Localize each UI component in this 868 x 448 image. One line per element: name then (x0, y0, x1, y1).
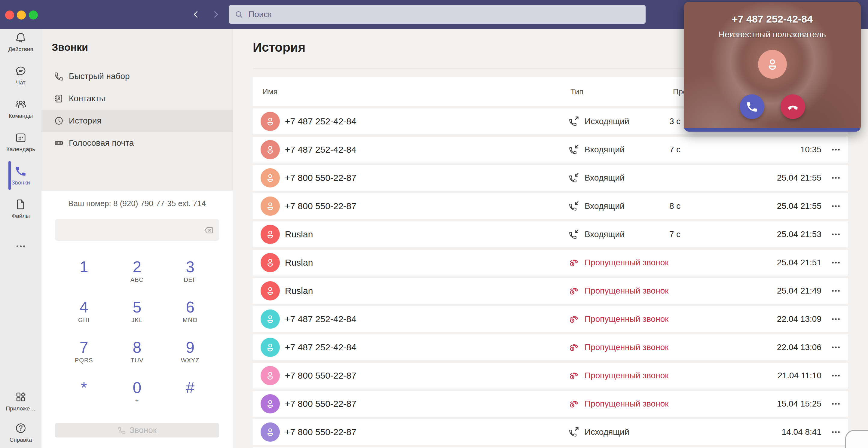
dialpad-key-#[interactable]: # (163, 379, 217, 419)
call-incoming-icon (568, 172, 580, 184)
calendar-icon (14, 131, 27, 144)
sidebar-item-calendar[interactable]: Календарь (0, 125, 41, 159)
call-button[interactable]: Звонок (55, 423, 219, 438)
history-row[interactable]: +7 800 550-22-87Входящий8 с25.04 21:55 (253, 193, 848, 219)
person-icon (264, 398, 276, 410)
sidebar-item-chat[interactable]: Чат (0, 59, 41, 92)
ellipsis-icon (830, 228, 842, 241)
calls-menu-item-contacts[interactable]: Контакты (41, 88, 232, 110)
history-row[interactable]: RuslanПропущенный звонок25.04 21:49 (253, 278, 848, 304)
row-name: Ruslan (285, 229, 313, 239)
dialpad-key-*[interactable]: * (57, 379, 111, 419)
history-row[interactable]: RuslanВходящий7 с25.04 21:53 (253, 221, 848, 247)
row-menu-button[interactable] (826, 284, 845, 297)
ellipsis-icon (830, 313, 842, 325)
page-title: История (253, 40, 305, 55)
row-call-type-label: Исходящий (585, 427, 629, 437)
sidebar-item-teams[interactable]: Команды (0, 92, 41, 125)
row-menu-button[interactable] (826, 199, 845, 213)
decline-call-button[interactable] (780, 94, 805, 119)
more-apps-button[interactable] (0, 237, 41, 255)
dialpad-key-8[interactable]: 8TUV (111, 339, 164, 379)
dialpad-key-3[interactable]: 3DEF (163, 258, 217, 299)
row-call-type: Пропущенный звонок (568, 342, 669, 353)
calls-menu-item-label: Контакты (69, 94, 105, 103)
history-row[interactable]: +7 800 550-22-87Пропущенный звонок15.04 … (253, 391, 848, 417)
person-icon (264, 341, 276, 353)
row-menu-button[interactable] (826, 171, 845, 185)
row-menu-button[interactable] (826, 397, 845, 410)
calls-panel-top: Звонки Быстрый наборКонтактыИсторияГолос… (41, 29, 232, 191)
accept-call-button[interactable] (740, 94, 764, 119)
dialpad-key-digit: 1 (57, 258, 111, 276)
dialpad-key-4[interactable]: 4GHI (57, 299, 111, 339)
help-icon (14, 422, 27, 435)
ellipsis-icon (830, 285, 842, 297)
backspace-button[interactable] (203, 224, 215, 236)
history-row[interactable]: +7 487 252-42-84Входящий7 с10:35 (253, 137, 848, 163)
call-missed-icon (568, 257, 580, 268)
incoming-call-number: +7 487 252-42-84 (684, 13, 861, 25)
history-row[interactable]: +7 800 550-22-87Входящий25.04 21:55 (253, 165, 848, 191)
dialpad-key-5[interactable]: 5JKL (111, 299, 164, 339)
dialpad-key-0[interactable]: 0+ (111, 379, 164, 419)
history-row[interactable]: +7 800 550-22-87Пропущенный звонок21.04 … (253, 363, 848, 388)
dialpad-key-1[interactable]: 1 (57, 258, 111, 299)
dialpad-key-7[interactable]: 7PQRS (57, 339, 111, 379)
dialpad-key-digit: 8 (111, 339, 164, 356)
call-incoming-icon (568, 229, 580, 240)
dialpad-key-letters: JKL (111, 317, 164, 324)
history-row[interactable]: +7 800 550-22-87Исходящий14.04 8:41 (253, 419, 848, 445)
row-name: +7 487 252-42-84 (285, 116, 356, 127)
person-icon (264, 426, 276, 438)
search-bar[interactable] (229, 5, 646, 24)
forward-button[interactable] (209, 7, 223, 22)
row-duration: 7 с (669, 145, 680, 154)
sidebar-item-activity[interactable]: Действия (0, 25, 41, 59)
row-time: 25.04 21:51 (737, 258, 822, 267)
window-close-button[interactable] (5, 10, 14, 20)
avatar (260, 281, 280, 300)
row-menu-button[interactable] (826, 143, 845, 156)
column-header-name: Имя (262, 87, 278, 96)
row-name: +7 800 550-22-87 (285, 399, 356, 409)
row-menu-button[interactable] (826, 256, 845, 269)
dialpad-key-letters: DEF (163, 277, 217, 284)
row-call-type: Пропущенный звонок (568, 370, 669, 381)
sidebar-item-calls[interactable]: Звонки (0, 159, 41, 192)
history-row[interactable]: +7 487 252-42-84Пропущенный звонок22.04 … (253, 306, 848, 332)
row-menu-button[interactable] (826, 425, 845, 439)
row-menu-button[interactable] (826, 369, 845, 382)
sidebar-item-files[interactable]: Файлы (0, 192, 41, 225)
dialpad-key-9[interactable]: 9WXYZ (163, 339, 217, 379)
calls-menu-item-voicemail[interactable]: Голосовая почта (41, 132, 232, 154)
row-call-type-label: Пропущенный звонок (585, 314, 669, 324)
person-icon (264, 228, 276, 241)
dialpad-key-digit: 3 (163, 258, 217, 276)
ellipsis-icon (830, 143, 842, 156)
row-menu-button[interactable] (826, 313, 845, 326)
dialpad-key-2[interactable]: 2ABC (111, 258, 164, 299)
avatar (260, 394, 280, 413)
window-zoom-button[interactable] (29, 10, 38, 20)
row-call-type: Пропущенный звонок (568, 313, 669, 325)
sidebar-item-help[interactable]: Справка (0, 417, 41, 448)
row-call-type-label: Пропущенный звонок (585, 258, 669, 267)
window-minimize-button[interactable] (17, 10, 26, 20)
row-name: +7 800 550-22-87 (285, 173, 356, 183)
dialpad-key-6[interactable]: 6MNO (163, 299, 217, 339)
popup-accent-strip (684, 128, 861, 132)
call-missed-icon (568, 398, 580, 410)
dial-number-input[interactable] (61, 219, 194, 242)
search-input[interactable] (248, 9, 640, 20)
history-row[interactable]: RuslanПропущенный звонок25.04 21:51 (253, 250, 848, 276)
row-menu-button[interactable] (826, 228, 845, 241)
history-row[interactable]: +7 487 252-42-84Пропущенный звонок22.04 … (253, 334, 848, 360)
dial-number-field[interactable] (55, 219, 219, 241)
row-call-type: Исходящий (568, 116, 629, 127)
sidebar-item-apps[interactable]: Приложе… (0, 385, 41, 417)
calls-menu-item-speed-dial[interactable]: Быстрый набор (41, 65, 232, 88)
back-button[interactable] (189, 7, 203, 22)
calls-menu-item-history[interactable]: История (41, 110, 232, 132)
row-menu-button[interactable] (826, 341, 845, 354)
